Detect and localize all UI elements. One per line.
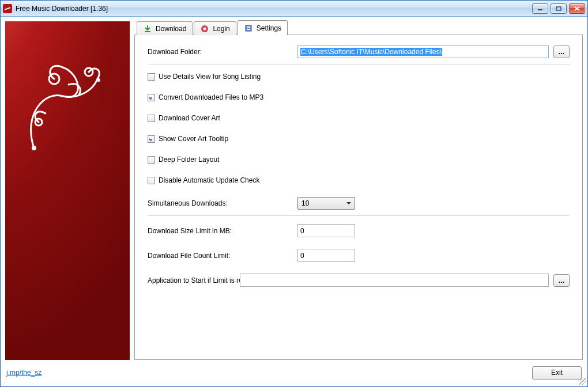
show-cover-tooltip-checkbox[interactable] — [148, 135, 155, 143]
convert-mp3-label: Convert Downloaded Files to MP3 — [159, 93, 263, 101]
svg-point-9 — [203, 27, 206, 30]
size-limit-input[interactable] — [297, 224, 355, 237]
checkmark-icon — [148, 94, 152, 101]
download-cover-art-label: Download Cover Art — [159, 114, 220, 122]
app-icon — [3, 4, 12, 13]
bottom-bar: j.mp/the_sz Exit — [5, 363, 583, 382]
svg-rect-10 — [246, 25, 251, 31]
download-folder-label: Download Folder: — [148, 48, 297, 56]
settings-panel: Download Folder: C:\Users\Softonic IT\Mu… — [134, 35, 583, 360]
convert-mp3-checkbox[interactable] — [148, 94, 155, 101]
deep-folder-checkbox[interactable] — [148, 156, 155, 164]
size-limit-label: Download Size Limit in MB: — [148, 227, 297, 235]
minimize-button[interactable] — [532, 3, 548, 14]
svg-rect-11 — [247, 26, 250, 28]
use-details-view-label: Use Details View for Song Listing — [159, 73, 261, 81]
tab-download-label: Download — [156, 25, 186, 33]
tab-login[interactable]: Login — [194, 21, 236, 35]
svg-rect-0 — [538, 9, 542, 10]
show-cover-tooltip-label: Show Cover Art Tooltip — [159, 135, 228, 143]
exit-button-label: Exit — [551, 369, 563, 377]
browse-app-button[interactable]: ... — [553, 274, 570, 287]
tabstrip: Download Login Settings — [134, 21, 583, 35]
login-icon — [200, 24, 209, 33]
tab-settings-label: Settings — [257, 24, 281, 32]
exit-button[interactable]: Exit — [532, 366, 582, 380]
window-title: Free Music Downloader [1.36] — [16, 5, 108, 13]
maximize-button[interactable] — [551, 3, 567, 14]
count-limit-input[interactable] — [297, 249, 355, 262]
download-icon — [143, 24, 152, 33]
close-icon — [574, 6, 580, 11]
simultaneous-downloads-combo[interactable]: 10 — [297, 197, 355, 210]
download-cover-art-checkbox[interactable] — [148, 115, 155, 122]
sidebar-decoration — [5, 21, 130, 360]
use-details-view-checkbox[interactable] — [148, 73, 155, 81]
svg-point-6 — [97, 78, 100, 82]
svg-rect-7 — [145, 31, 150, 32]
tab-area: Download Login Settings — [134, 21, 583, 360]
download-folder-value: C:\Users\Softonic IT\Music\Downloaded Fi… — [300, 48, 442, 56]
settings-icon — [244, 24, 253, 33]
minimize-icon — [537, 6, 543, 11]
simultaneous-downloads-label: Simultaneous Downloads: — [148, 199, 297, 207]
checkmark-icon — [148, 136, 152, 142]
ellipsis-icon: ... — [559, 48, 564, 56]
footer-link[interactable]: j.mp/the_sz — [6, 369, 42, 377]
svg-rect-12 — [247, 29, 250, 30]
app-limit-input[interactable] — [240, 274, 549, 287]
deep-folder-label: Deep Folder Layout — [159, 155, 219, 164]
client-area: Download Login Settings — [1, 17, 587, 386]
svg-rect-1 — [556, 7, 561, 10]
browse-folder-button[interactable]: ... — [553, 45, 570, 58]
ellipsis-icon: ... — [559, 276, 564, 284]
floral-swirl-icon — [11, 44, 126, 171]
resize-grip[interactable] — [579, 378, 586, 385]
window-controls — [532, 3, 585, 14]
download-folder-field[interactable]: C:\Users\Softonic IT\Music\Downloaded Fi… — [297, 45, 549, 58]
tab-download[interactable]: Download — [137, 21, 193, 35]
divider — [148, 215, 570, 216]
disable-update-checkbox[interactable] — [148, 177, 155, 184]
disable-update-label: Disable Automatic Update Check — [159, 176, 259, 184]
tab-login-label: Login — [213, 25, 229, 33]
tab-settings[interactable]: Settings — [238, 20, 288, 35]
divider — [148, 64, 570, 64]
app-window: Free Music Downloader [1.36] — [0, 0, 588, 387]
count-limit-label: Download File Count Limit: — [148, 252, 297, 260]
titlebar[interactable]: Free Music Downloader [1.36] — [1, 1, 587, 17]
svg-point-5 — [32, 146, 36, 150]
close-button[interactable] — [569, 3, 585, 14]
simultaneous-downloads-value: 10 — [301, 199, 309, 207]
maximize-icon — [556, 6, 561, 11]
